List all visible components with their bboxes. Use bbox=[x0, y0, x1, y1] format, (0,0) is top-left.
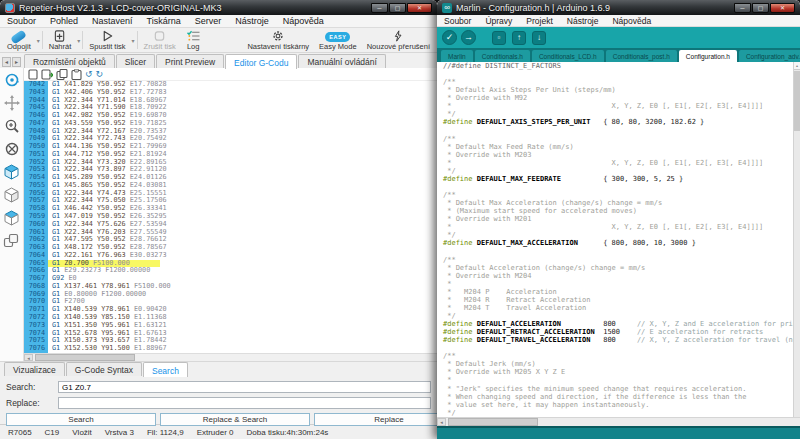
easy-mode-button[interactable]: EASY Easy Mode bbox=[314, 28, 362, 52]
scroll-left-icon[interactable]: ◂ bbox=[24, 354, 33, 361]
objects-group-icon[interactable] bbox=[3, 233, 20, 249]
paste-icon[interactable] bbox=[71, 69, 82, 80]
scroll-thumb[interactable] bbox=[794, 71, 800, 131]
save-sketch-button[interactable]: ↓ bbox=[532, 31, 546, 45]
tab-slicer[interactable]: Slicer bbox=[116, 54, 155, 68]
load-dropdown-arrow[interactable]: ▾ bbox=[77, 37, 80, 44]
menu-item-soubor[interactable]: Soubor bbox=[0, 16, 43, 26]
printer-settings-button[interactable]: Nastavení tiskárny bbox=[242, 28, 314, 52]
gcode-line[interactable]: 7069G1 E0.80000 F1200.00000 bbox=[24, 291, 437, 299]
menu-item-nápověda[interactable]: Nápověda bbox=[605, 16, 658, 26]
arduino-hscrollbar[interactable]: ◂ bbox=[437, 417, 800, 426]
file-tab-conditionals-post-h[interactable]: Conditionals_post.h bbox=[606, 50, 677, 62]
menu-item-nastavení[interactable]: Nastavení bbox=[85, 16, 140, 26]
file-tab-configuration-adv-h[interactable]: Configuration_adv.h bbox=[739, 50, 800, 62]
code-line: * When changing speed and direction, if … bbox=[443, 393, 800, 401]
code-line: * Default Max Feed Rate (mm/s) bbox=[443, 143, 800, 151]
tab-manuální-ovládání[interactable]: Manuální ovládání bbox=[298, 54, 385, 68]
bottom-tab-vizualizace[interactable]: Vizualizace bbox=[4, 362, 65, 376]
tab-scroll-right-icon[interactable]: ▸ bbox=[12, 57, 21, 67]
toggle-log-button[interactable]: Log bbox=[181, 28, 206, 52]
top-view-icon[interactable] bbox=[3, 210, 20, 226]
gcode-line-list: 7042G1 X41.829 Y50.952 E17.708287043G1 X… bbox=[24, 81, 437, 353]
open-sketch-button[interactable]: ↑ bbox=[512, 31, 526, 45]
start-dropdown-arrow[interactable]: ▾ bbox=[132, 37, 135, 44]
tab-rozmístění-objektů[interactable]: Rozmístění objektů bbox=[24, 54, 115, 68]
iso-view-icon[interactable] bbox=[3, 164, 20, 180]
zoom-view-icon[interactable] bbox=[4, 118, 20, 134]
replace-button[interactable]: Replace bbox=[314, 413, 437, 426]
repetier-titlebar[interactable]: Repetier-Host V2.1.3 - LCD-cover-ORIGINA… bbox=[0, 0, 437, 15]
menu-item-pohled[interactable]: Pohled bbox=[43, 16, 85, 26]
code-segment: // X, Y, Z acceleration for travel (non … bbox=[616, 336, 800, 344]
fit-view-icon[interactable] bbox=[4, 141, 20, 157]
gcode-hscrollbar[interactable]: ◂ bbox=[24, 353, 437, 361]
load-button[interactable]: Nahrát bbox=[44, 28, 77, 52]
code-segment: * When changing speed and direction, if … bbox=[443, 393, 746, 401]
front-view-icon[interactable] bbox=[3, 187, 20, 203]
code-line: */ bbox=[443, 231, 800, 239]
arduino-toolbar: ✓ → ▫ ↑ ↓ bbox=[437, 27, 800, 48]
repetier-host-window: Repetier-Host V2.1.3 - LCD-cover-ORIGINA… bbox=[0, 0, 437, 439]
save-gcode-icon[interactable] bbox=[41, 69, 53, 80]
view-toolbar-rail bbox=[0, 68, 24, 361]
connect-dropdown-arrow[interactable]: ▾ bbox=[37, 37, 40, 44]
close-button[interactable]: ✕ bbox=[407, 3, 432, 13]
gcode-line[interactable]: 7076G1 X152.530 Y91.500 E1.88967 bbox=[24, 345, 437, 353]
file-tab-conditionals-lcd-h[interactable]: Conditionals_LCD.h bbox=[532, 50, 604, 62]
menu-item-nástroje[interactable]: Nástroje bbox=[228, 16, 276, 26]
code-area[interactable]: //#define DISTINCT_E_FACTORS /** * Defau… bbox=[437, 62, 800, 417]
replace-search-button[interactable]: Replace & Search bbox=[160, 413, 310, 426]
menu-item-soubor[interactable]: Soubor bbox=[437, 16, 478, 26]
search-button[interactable]: Search bbox=[6, 413, 156, 426]
undo-icon[interactable]: ↺ bbox=[85, 69, 93, 80]
redo-icon[interactable]: ↻ bbox=[96, 69, 104, 80]
gcode-editor: ↺ ↻ 7042G1 X41.829 Y50.952 E17.708287043… bbox=[24, 68, 437, 361]
scroll-thumb[interactable] bbox=[448, 418, 538, 426]
verify-button[interactable]: ✓ bbox=[442, 30, 457, 45]
rotate-view-icon[interactable] bbox=[4, 72, 20, 88]
copy-icon[interactable] bbox=[56, 69, 68, 80]
move-view-icon[interactable] bbox=[4, 95, 20, 111]
status-item: Vložit bbox=[72, 428, 92, 437]
file-tab-configuration-h[interactable]: Configuration.h bbox=[679, 50, 737, 62]
gcode-line[interactable]: 7066G1 E29.23273 F1200.00000 bbox=[24, 267, 437, 275]
file-tab-marlin[interactable]: Marlin bbox=[441, 50, 473, 62]
scroll-left-icon[interactable]: ◂ bbox=[437, 418, 446, 426]
tab-editor-g-codu[interactable]: Editor G-Codu bbox=[225, 54, 297, 69]
menu-item-server[interactable]: Server bbox=[188, 16, 229, 26]
file-tab-conditionals-h[interactable]: Conditionals.h bbox=[475, 50, 530, 62]
replace-input[interactable] bbox=[58, 397, 431, 409]
upload-button[interactable]: → bbox=[461, 30, 476, 45]
code-line: */ bbox=[443, 110, 800, 118]
tab-print-preview[interactable]: Print Preview bbox=[156, 54, 224, 68]
search-input[interactable] bbox=[58, 381, 431, 393]
scroll-thumb[interactable] bbox=[35, 354, 135, 361]
tab-scroll-left-icon[interactable]: ◂ bbox=[2, 57, 11, 67]
disconnect-button[interactable]: Odpojit bbox=[2, 28, 36, 52]
arduino-titlebar[interactable]: ∞ Marlin - Configuration.h | Arduino 1.6… bbox=[437, 0, 800, 15]
code-segment: // E acceleration for retracts bbox=[620, 328, 763, 336]
new-sketch-button[interactable]: ▫ bbox=[492, 31, 506, 45]
close-button[interactable]: ✕ bbox=[770, 3, 795, 13]
menu-item-nápověda[interactable]: Nápověda bbox=[276, 16, 331, 26]
code-line: * Override with M201 bbox=[443, 215, 800, 223]
arduino-vscrollbar[interactable]: ▴ bbox=[793, 62, 800, 417]
menu-item-úpravy[interactable]: Úpravy bbox=[478, 16, 519, 26]
tab-scroller[interactable]: ◂▸ bbox=[2, 57, 21, 67]
menu-item-nástroje[interactable]: Nástroje bbox=[560, 16, 606, 26]
code-line bbox=[443, 127, 800, 135]
menu-item-tiskárna[interactable]: Tiskárna bbox=[140, 16, 188, 26]
emergency-stop-button[interactable]: Nouzové přerušení bbox=[362, 28, 435, 52]
bottom-tab-g-code-syntax[interactable]: G-Code Syntax bbox=[66, 362, 142, 376]
new-gcode-icon[interactable] bbox=[28, 69, 38, 80]
scroll-up-icon[interactable]: ▴ bbox=[794, 62, 800, 70]
bottom-tab-search[interactable]: Search bbox=[143, 362, 188, 377]
maximize-button[interactable]: ▢ bbox=[752, 3, 769, 13]
minimize-button[interactable]: ─ bbox=[371, 3, 388, 13]
start-print-button[interactable]: Spustit tisk bbox=[84, 28, 130, 52]
code-line bbox=[443, 183, 800, 191]
minimize-button[interactable]: ─ bbox=[734, 3, 751, 13]
maximize-button[interactable]: ▢ bbox=[389, 3, 406, 13]
menu-item-projekt[interactable]: Projekt bbox=[519, 16, 559, 26]
